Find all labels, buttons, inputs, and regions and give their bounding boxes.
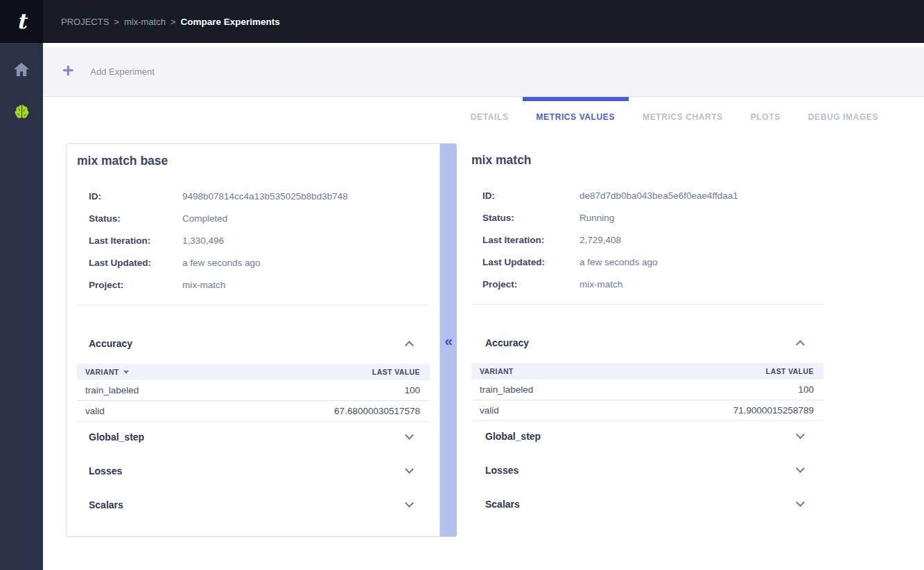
experiment-panel-current: mix match ID: de87d7db0ba043bea5e6f0eae4… xyxy=(471,143,823,514)
tab-debug-images[interactable]: DEBUG IMAGES xyxy=(794,97,892,136)
experiment-fields: ID: 9498b07814cc4a13b535025b8bd3b748 Sta… xyxy=(67,185,439,296)
field-row-project: Project: mix-match xyxy=(89,274,429,296)
variant-cell: valid xyxy=(480,405,499,416)
collapse-left-icon: « xyxy=(444,333,453,348)
tab-metrics-values[interactable]: METRICS VALUES xyxy=(523,97,629,136)
metric-name: Accuracy xyxy=(485,337,529,348)
chevron-down-icon[interactable] xyxy=(796,499,805,509)
plus-icon: + xyxy=(62,61,73,80)
top-bar: t PROJECTS > mix-match > Compare Experim… xyxy=(0,0,924,43)
metric-table-accuracy: VARIANT LAST VALUE train_labeled 100 val… xyxy=(77,364,430,422)
brain-icon xyxy=(12,103,31,121)
main-area: + Add Experiment DETAILS METRICS VALUES … xyxy=(43,43,924,570)
last-value-cell: 67.68000030517578 xyxy=(334,406,420,416)
field-label: Status: xyxy=(89,213,182,224)
chevron-up-icon[interactable] xyxy=(796,338,805,348)
last-value-cell: 100 xyxy=(798,384,814,395)
home-icon xyxy=(13,62,30,77)
experiment-fields: ID: de87d7db0ba043bea5e6f0eae4ffdaa1 Sta… xyxy=(471,184,823,295)
left-sidebar xyxy=(0,43,43,570)
variant-cell: valid xyxy=(85,406,105,416)
table-row: valid 67.68000030517578 xyxy=(77,401,430,422)
tab-plots[interactable]: PLOTS xyxy=(737,97,794,136)
field-row-id: ID: 9498b07814cc4a13b535025b8bd3b748 xyxy=(89,185,429,207)
add-experiment-label: Add Experiment xyxy=(90,66,155,77)
app-logo[interactable]: t xyxy=(0,0,43,43)
table-row: train_labeled 100 xyxy=(471,380,823,400)
metric-table-header: VARIANT LAST VALUE xyxy=(77,364,430,380)
field-value: Completed xyxy=(182,213,227,224)
last-value-cell: 71.9000015258789 xyxy=(733,405,814,416)
section-divider xyxy=(77,305,430,305)
metric-name: Global_step xyxy=(485,431,541,442)
variant-header-label: VARIANT xyxy=(480,367,514,375)
metric-section-losses[interactable]: Losses xyxy=(67,461,439,481)
last-value-cell: 100 xyxy=(404,385,420,395)
chevron-down-icon[interactable] xyxy=(405,466,415,476)
metric-section-global-step[interactable]: Global_step xyxy=(67,427,439,447)
metric-section-scalars[interactable]: Scalars xyxy=(67,495,439,515)
field-row-status: Status: Running xyxy=(482,206,823,229)
tab-bar: DETAILS METRICS VALUES METRICS CHARTS PL… xyxy=(43,97,924,136)
add-experiment-button[interactable]: + Add Experiment xyxy=(62,63,155,80)
compare-content: mix match base ID: 9498b07814cc4a13b5350… xyxy=(43,136,924,537)
metric-section-scalars[interactable]: Scalars xyxy=(471,495,823,514)
breadcrumb-separator: > xyxy=(114,17,119,27)
field-value: de87d7db0ba043bea5e6f0eae4ffdaa1 xyxy=(579,190,738,201)
metric-table-accuracy: VARIANT LAST VALUE train_labeled 100 val… xyxy=(471,363,823,421)
chevron-down-icon[interactable] xyxy=(796,465,805,475)
field-row-project: Project: mix-match xyxy=(482,273,823,295)
sidebar-item-home[interactable] xyxy=(8,55,35,83)
breadcrumb: PROJECTS > mix-match > Compare Experimen… xyxy=(61,17,280,27)
metric-table-header: VARIANT LAST VALUE xyxy=(471,363,823,380)
field-row-last-updated: Last Updated: a few seconds ago xyxy=(482,251,823,273)
chevron-down-icon[interactable] xyxy=(405,432,415,442)
field-label: ID: xyxy=(482,190,579,201)
field-value: 9498b07814cc4a13b535025b8bd3b748 xyxy=(182,191,348,202)
sort-descending-icon xyxy=(123,371,129,374)
logo-t-glyph: t xyxy=(17,11,26,32)
breadcrumb-projects[interactable]: PROJECTS xyxy=(61,17,109,27)
metric-name: Scalars xyxy=(485,499,520,510)
last-value-column-header[interactable]: LAST VALUE xyxy=(766,367,814,375)
breadcrumb-project-name[interactable]: mix-match xyxy=(124,17,166,27)
last-value-column-header[interactable]: LAST VALUE xyxy=(372,368,420,376)
field-value: a few seconds ago xyxy=(182,258,261,268)
breadcrumb-current-page: Compare Experiments xyxy=(180,17,279,27)
experiments-header-bar: + Add Experiment xyxy=(43,47,924,97)
table-row: train_labeled 100 xyxy=(77,380,430,401)
field-value: a few seconds ago xyxy=(579,257,658,267)
field-label: Last Updated: xyxy=(89,258,182,268)
chevron-up-icon[interactable] xyxy=(405,339,415,348)
field-value: Running xyxy=(579,213,614,223)
field-row-last-updated: Last Updated: a few seconds ago xyxy=(89,251,429,274)
breadcrumb-separator: > xyxy=(171,17,176,27)
metric-section-losses[interactable]: Losses xyxy=(471,461,823,480)
variant-column-header[interactable]: VARIANT xyxy=(85,368,129,376)
field-label: Status: xyxy=(482,213,579,223)
metric-section-accuracy[interactable]: Accuracy xyxy=(67,334,439,353)
experiment-card-base: mix match base ID: 9498b07814cc4a13b5350… xyxy=(66,143,440,537)
sidebar-item-projects[interactable] xyxy=(8,98,35,126)
field-label: Last Iteration: xyxy=(89,235,182,246)
field-value: 2,729,408 xyxy=(579,235,621,245)
collapse-panel-bar[interactable]: « xyxy=(440,143,457,537)
field-label: Project: xyxy=(482,279,579,290)
metric-section-global-step[interactable]: Global_step xyxy=(471,427,823,446)
chevron-down-icon[interactable] xyxy=(405,500,415,510)
field-label: Last Updated: xyxy=(482,257,579,267)
experiment-title: mix match xyxy=(471,143,823,168)
field-row-id: ID: de87d7db0ba043bea5e6f0eae4ffdaa1 xyxy=(482,184,823,206)
field-row-last-iteration: Last Iteration: 2,729,408 xyxy=(482,229,823,251)
variant-column-header[interactable]: VARIANT xyxy=(480,367,514,375)
metric-section-accuracy[interactable]: Accuracy xyxy=(471,333,823,353)
chevron-down-icon[interactable] xyxy=(796,431,805,441)
tab-details[interactable]: DETAILS xyxy=(457,97,523,136)
metric-name: Global_step xyxy=(89,431,144,443)
variant-cell: train_labeled xyxy=(85,385,139,395)
tab-metrics-charts[interactable]: METRICS CHARTS xyxy=(629,97,737,136)
field-label: Last Iteration: xyxy=(482,235,579,245)
metric-name: Accuracy xyxy=(89,338,132,349)
field-label: Project: xyxy=(89,280,182,290)
metric-name: Scalars xyxy=(89,499,123,510)
